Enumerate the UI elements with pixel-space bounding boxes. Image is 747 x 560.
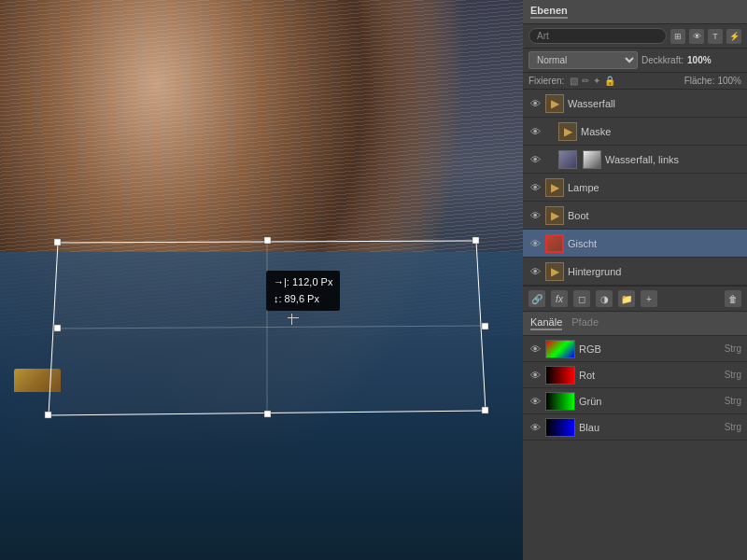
channel-shortcut-rot: Strg [725, 370, 741, 380]
type-btn[interactable]: T [708, 29, 723, 44]
layer-thumb-wl [558, 150, 577, 169]
layer-thumb-maske: ▶ [558, 122, 577, 141]
channel-thumb-rgb [545, 340, 575, 358]
layer-thumb-boot: ▶ [545, 206, 564, 225]
opacity-value[interactable]: 100% [687, 55, 712, 65]
opacity-row: Deckkraft: 100% [641, 55, 741, 65]
eye-icon-rot[interactable]: 👁 [529, 369, 542, 382]
lock-paint-icon[interactable]: ✏ [582, 76, 589, 86]
fill-label: Fläche: [684, 76, 715, 86]
fixieren-label: Fixieren: [529, 76, 564, 86]
opacity-label: Deckkraft: [641, 55, 684, 65]
channel-name-rot: Rot [579, 370, 721, 381]
lock-transparent-icon[interactable]: ▧ [570, 76, 578, 86]
layers-toolbar: Art ⊞ 👁 T ⚡ [523, 24, 747, 49]
eye-icon-hintergrund[interactable]: 👁 [529, 265, 542, 278]
layer-name-wasserfall: Wasserfall [568, 98, 741, 109]
eye-icon-gischt[interactable]: 👁 [529, 237, 542, 250]
tab-kanaele[interactable]: Kanäle [530, 316, 562, 330]
layer-thumb-gischt [545, 234, 564, 253]
new-folder-btn[interactable]: 📁 [618, 290, 635, 307]
layer-name-wl: Wasserfall, links [605, 154, 741, 165]
layer-item-wasserfall-links[interactable]: 👁 Wasserfall, links [523, 146, 747, 174]
lock-all-icon[interactable]: 🔒 [604, 76, 615, 86]
tab-ebenen[interactable]: Ebenen [530, 5, 568, 19]
layer-name-lampe: Lampe [568, 182, 741, 193]
channels-panel: Kanäle Pfade 👁 RGB Strg 👁 Rot Strg 👁 Grü… [523, 312, 747, 560]
boat-element [14, 369, 61, 392]
eye-icon-boot[interactable]: 👁 [529, 209, 542, 222]
channel-item-gruen[interactable]: 👁 Grün Strg [523, 388, 747, 414]
eye-icon-wasserfall[interactable]: 👁 [529, 97, 542, 110]
visibility-btn[interactable]: 👁 [689, 29, 704, 44]
canvas-area[interactable]: →|: 112,0 Px ↕: 89,6 Px [0, 0, 523, 560]
eye-icon-gruen[interactable]: 👁 [529, 395, 542, 408]
eye-icon-wasserfall-links[interactable]: 👁 [529, 153, 542, 166]
tab-pfade[interactable]: Pfade [571, 316, 599, 330]
layer-item-wasserfall[interactable]: 👁 ▶ Wasserfall [523, 90, 747, 118]
right-panel: Ebenen Art ⊞ 👁 T ⚡ Normal Deckkraft: 100… [523, 0, 747, 560]
search-placeholder: Art [537, 31, 549, 41]
fill-value[interactable]: 100% [717, 76, 741, 86]
eye-icon-rgb[interactable]: 👁 [529, 343, 542, 356]
channel-shortcut-gruen: Strg [725, 396, 741, 406]
fill-area: Fläche: 100% [684, 76, 741, 86]
channel-name-gruen: Grün [579, 396, 721, 407]
eye-icon-lampe[interactable]: 👁 [529, 181, 542, 194]
layer-item-lampe[interactable]: 👁 ▶ Lampe [523, 174, 747, 202]
layer-item-boot[interactable]: 👁 ▶ Boot [523, 202, 747, 230]
channels-panel-header: Kanäle Pfade [523, 312, 747, 336]
lock-row: Fixieren: ▧ ✏ ✦ 🔒 Fläche: 100% [523, 73, 747, 90]
layers-panel-header: Ebenen [523, 0, 747, 24]
blend-opacity-row: Normal Deckkraft: 100% [523, 49, 747, 73]
eye-icon-blau[interactable]: 👁 [529, 421, 542, 434]
layer-item-gischt[interactable]: 👁 Gischt [523, 230, 747, 258]
layer-thumb-lampe: ▶ [545, 178, 564, 197]
filter-btn[interactable]: ⊞ [670, 29, 685, 44]
ocean-overlay [0, 252, 523, 560]
channel-shortcut-blau: Strg [725, 422, 741, 432]
channel-item-rot[interactable]: 👁 Rot Strg [523, 362, 747, 388]
channel-thumb-blau [545, 418, 575, 437]
layer-name-maske: Maske [581, 126, 741, 137]
channel-item-blau[interactable]: 👁 Blau Strg [523, 414, 747, 441]
layer-list: 👁 ▶ Wasserfall 👁 ▶ Maske 👁 [523, 90, 747, 286]
fx-btn[interactable]: fx [551, 290, 568, 307]
new-layer-btn[interactable]: + [641, 290, 657, 307]
channel-shortcut-rgb: Strg [725, 343, 741, 354]
channel-thumb-gruen [545, 392, 575, 411]
channel-thumb-rot [545, 366, 575, 385]
adjustment-btn[interactable]: ◑ [596, 290, 613, 307]
lock-icons: ▧ ✏ ✦ 🔒 [570, 76, 615, 86]
layer-name-hintergrund: Hintergrund [568, 266, 741, 277]
layer-name-gischt: Gischt [568, 238, 741, 249]
layers-panel: Ebenen Art ⊞ 👁 T ⚡ Normal Deckkraft: 100… [523, 0, 747, 312]
channel-name-blau: Blau [579, 422, 721, 433]
blend-mode-select[interactable]: Normal [529, 51, 638, 69]
link-layers-btn[interactable]: 🔗 [529, 290, 545, 307]
layer-name-boot: Boot [568, 210, 741, 221]
attr-btn[interactable]: ⚡ [726, 29, 741, 44]
add-mask-btn[interactable]: ◻ [573, 290, 590, 307]
layer-search[interactable]: Art [529, 28, 667, 44]
layer-thumb-hintergrund: ▶ [545, 262, 564, 281]
layer-mask-thumb-wl [583, 150, 601, 169]
channel-name-rgb: RGB [579, 343, 721, 355]
layer-panel-actions: 🔗 fx ◻ ◑ 📁 + 🗑 [523, 286, 747, 312]
layer-item-maske[interactable]: 👁 ▶ Maske [523, 118, 747, 146]
eye-icon-maske[interactable]: 👁 [529, 125, 542, 138]
layer-item-hintergrund[interactable]: 👁 ▶ Hintergrund [523, 258, 747, 286]
channel-item-rgb[interactable]: 👁 RGB Strg [523, 336, 747, 362]
lock-move-icon[interactable]: ✦ [593, 76, 600, 86]
layer-thumb-wasserfall: ▶ [545, 94, 564, 113]
delete-layer-btn[interactable]: 🗑 [725, 290, 741, 307]
